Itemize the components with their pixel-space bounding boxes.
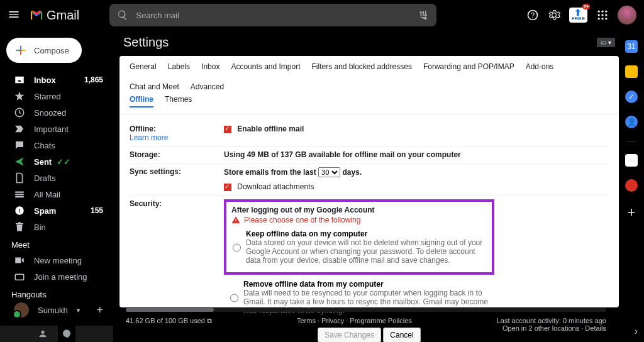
divider — [626, 141, 636, 141]
chat-icon — [14, 140, 25, 151]
footer-links[interactable]: Terms · Privacy · Programme Policies — [297, 317, 412, 324]
settings-header: Settings ▭ ▾ — [119, 30, 619, 56]
keep-addon-icon[interactable] — [625, 65, 638, 78]
input-tools-icon[interactable]: ▭ ▾ — [597, 38, 615, 47]
download-attachments-checkbox[interactable] — [224, 184, 231, 191]
join-meeting[interactable]: Join a meeting — [0, 268, 113, 285]
search-bar[interactable]: Search mail — [109, 4, 436, 26]
video-icon — [14, 255, 25, 266]
apps-grid-icon[interactable] — [596, 9, 609, 21]
learn-more-link[interactable]: Learn more — [130, 133, 224, 142]
svg-point-2 — [598, 11, 600, 13]
settings-title: Settings — [123, 35, 169, 50]
tab-filters-and-blocked-addresses[interactable]: Filters and blocked addresses — [312, 62, 412, 71]
tab-add-ons[interactable]: Add-ons — [526, 62, 554, 71]
tab-forwarding-and-pop-imap[interactable]: Forwarding and POP/IMAP — [423, 62, 514, 71]
svg-point-4 — [605, 11, 607, 13]
enable-offline-checkbox[interactable] — [224, 126, 231, 133]
help-icon[interactable]: ? — [526, 9, 539, 21]
addon-icon-2[interactable] — [625, 179, 638, 192]
svg-point-5 — [598, 14, 600, 16]
side-panel: 31 ✓ 👤 ✉ + — [619, 30, 644, 342]
tab-offline[interactable]: Offline — [130, 95, 153, 108]
settings-body: GeneralLabelsInboxAccounts and ImportFil… — [119, 56, 619, 307]
tab-inbox[interactable]: Inbox — [201, 62, 219, 71]
tab-general[interactable]: General — [130, 62, 157, 71]
get-addons-icon[interactable]: + — [628, 204, 636, 221]
folder-sent[interactable]: Sent✓✓ — [0, 153, 113, 170]
spam-icon: ! — [14, 205, 25, 216]
free-badge[interactable]: ⬆ FREE 7+ — [569, 8, 587, 23]
main-menu-icon[interactable] — [8, 8, 20, 23]
important-icon — [14, 123, 25, 135]
folder-important[interactable]: Important — [0, 121, 113, 137]
svg-text:!: ! — [19, 207, 21, 214]
folder-snoozed[interactable]: Snoozed — [0, 104, 113, 121]
svg-rect-14 — [15, 274, 24, 280]
clock-icon — [14, 107, 25, 118]
hangouts-avatar — [14, 302, 29, 317]
svg-text:?: ? — [531, 11, 535, 19]
compose-button[interactable]: Compose — [6, 38, 82, 63]
security-row: Security: After logging out of my Google… — [130, 196, 609, 323]
footer-details-link[interactable]: Open in 2 other locations · Details — [502, 324, 606, 332]
settings-pane: Settings ▭ ▾ GeneralLabelsInboxAccounts … — [119, 30, 619, 307]
chat-footer — [0, 326, 113, 342]
tab-accounts-and-import[interactable]: Accounts and Import — [231, 62, 300, 71]
svg-point-9 — [601, 18, 603, 19]
hangouts-tab-icon[interactable] — [58, 326, 75, 342]
keep-data-option[interactable]: Keep offline data on my computer Data st… — [231, 228, 487, 268]
gmail-logo[interactable]: Gmail — [29, 8, 79, 23]
open-in-new-icon[interactable]: ⧉ — [207, 317, 212, 324]
svg-point-8 — [598, 18, 600, 19]
person-icon[interactable] — [38, 329, 48, 339]
star-icon — [14, 91, 25, 102]
gmail-text: Gmail — [47, 8, 79, 23]
contacts-addon-icon[interactable]: 👤 — [625, 116, 638, 128]
tab-chat-and-meet[interactable]: Chat and Meet — [130, 82, 179, 91]
security-highlight-box: After logging out of my Google Account P… — [224, 199, 494, 275]
hide-panel-icon[interactable]: › — [635, 326, 638, 337]
settings-gear-icon[interactable] — [548, 9, 560, 21]
new-meeting[interactable]: New meeting — [0, 252, 113, 268]
topbar: Gmail Search mail ? ⬆ FREE 7+ — [0, 0, 644, 30]
settings-tabs: GeneralLabelsInboxAccounts and ImportFil… — [119, 56, 619, 91]
folder-inbox[interactable]: Inbox1,865 — [0, 72, 113, 88]
svg-point-7 — [605, 14, 607, 16]
tasks-addon-icon[interactable]: ✓ — [625, 91, 638, 103]
hangouts-user[interactable]: Sumukh ▾ + — [0, 302, 113, 318]
folder-all-mail[interactable]: All Mail — [0, 186, 113, 202]
horizontal-scrollbar[interactable] — [126, 308, 606, 312]
hangouts-add-icon[interactable]: + — [96, 304, 103, 317]
svg-point-10 — [605, 18, 607, 19]
storage-row: Storage: Using 49 MB of 137 GB available… — [130, 146, 609, 163]
search-placeholder: Search mail — [136, 11, 179, 20]
folder-spam[interactable]: !Spam155 — [0, 202, 113, 219]
bin-icon — [14, 221, 25, 233]
keyboard-icon — [14, 271, 25, 282]
footer: 41.62 GB of 100 GB used ⧉ Terms · Privac… — [113, 304, 619, 342]
left-sidebar: Compose Inbox1,865StarredSnoozedImportan… — [0, 30, 113, 342]
free-label: FREE — [572, 16, 585, 21]
tab-advanced[interactable]: Advanced — [191, 82, 224, 91]
tab-labels[interactable]: Labels — [168, 62, 190, 71]
compose-plus-icon — [14, 43, 28, 57]
warning-icon — [231, 216, 240, 224]
search-options-icon[interactable] — [418, 9, 429, 21]
keep-data-radio[interactable] — [233, 231, 241, 265]
folder-chats[interactable]: Chats — [0, 137, 113, 153]
settings-subtabs: Offline Themes — [119, 91, 619, 114]
account-avatar[interactable] — [618, 6, 636, 25]
folder-bin[interactable]: Bin — [0, 219, 113, 235]
meet-section: Meet — [0, 235, 113, 252]
addon-icon-1[interactable]: ✉ — [625, 154, 638, 167]
security-warning: Please choose one of the following — [231, 216, 487, 224]
folder-list: Inbox1,865StarredSnoozedImportantChatsSe… — [0, 72, 113, 235]
folder-starred[interactable]: Starred — [0, 88, 113, 104]
tab-themes[interactable]: Themes — [165, 95, 192, 108]
folder-drafts[interactable]: Drafts — [0, 170, 113, 186]
svg-point-3 — [601, 11, 603, 13]
calendar-addon-icon[interactable]: 31 — [625, 40, 638, 53]
sync-days-select[interactable]: 30 — [318, 167, 340, 177]
draft-icon — [14, 172, 25, 184]
